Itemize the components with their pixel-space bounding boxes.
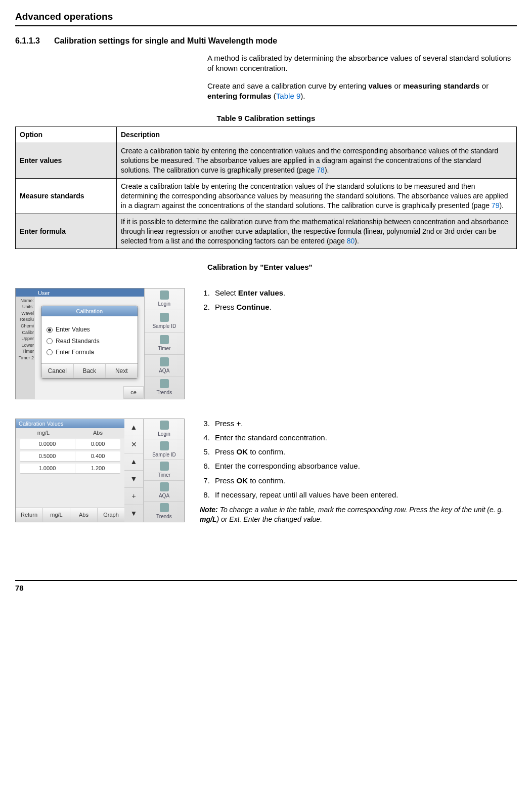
dialog-title: Calibration bbox=[41, 306, 138, 317]
calibration-dialog-screenshot: Name: Units: Wavel Resolu Chemi Calibr U… bbox=[15, 288, 185, 399]
delete-icon[interactable]: ✕ bbox=[124, 436, 143, 453]
next-button[interactable]: Next bbox=[105, 364, 138, 378]
partial-button[interactable]: ce bbox=[123, 386, 144, 399]
radio-icon bbox=[47, 338, 53, 344]
sidebar-trends[interactable]: Trends bbox=[144, 501, 184, 522]
nav-down-icon[interactable]: ▼ bbox=[124, 505, 143, 522]
radio-icon bbox=[47, 327, 53, 333]
calibration-values-screenshot: Calibration Values mg/L Abs 0.00000.000 … bbox=[15, 419, 185, 522]
table-row: Measure standards Create a calibration t… bbox=[16, 179, 517, 214]
arrow-up-icon[interactable]: ▲ bbox=[124, 453, 143, 470]
value-row[interactable]: 0.50000.400 bbox=[20, 451, 120, 462]
sample-id-icon bbox=[160, 441, 169, 450]
step-2: Press Continue. bbox=[212, 302, 517, 312]
intro-p1: A method is calibrated by determining th… bbox=[207, 53, 517, 74]
option-cell: Measure standards bbox=[16, 179, 117, 214]
sidebar-timer[interactable]: Timer bbox=[144, 460, 184, 480]
calibration-method-header: Calibration by "Enter values" bbox=[207, 262, 517, 272]
radio-icon bbox=[47, 349, 53, 355]
intro-text: A method is calibrated by determining th… bbox=[207, 53, 517, 101]
page-footer: 78 bbox=[15, 580, 517, 593]
obscured-labels: Name: Units: Wavel Resolu Chemi Calibr U… bbox=[16, 288, 35, 399]
arrow-down-icon[interactable]: ▼ bbox=[124, 470, 143, 487]
step-3: Press +. bbox=[212, 419, 517, 429]
subsection-heading: 6.1.1.3 Calibration settings for single … bbox=[15, 35, 517, 47]
cancel-button[interactable]: Cancel bbox=[41, 364, 73, 378]
login-icon bbox=[160, 290, 169, 300]
col-abs: Abs bbox=[71, 429, 124, 437]
sidebar-timer[interactable]: Timer bbox=[145, 332, 184, 354]
trends-icon bbox=[160, 503, 169, 512]
window-title-bar: User bbox=[35, 288, 144, 297]
page-link[interactable]: 80 bbox=[347, 237, 355, 245]
sidebar-login[interactable]: Login bbox=[145, 288, 184, 310]
subsection-number: 6.1.1.3 bbox=[15, 35, 40, 47]
right-sidebar: Login Sample ID Timer AQA Trends bbox=[144, 419, 184, 522]
sample-id-icon bbox=[160, 313, 169, 322]
sidebar-aqa[interactable]: AQA bbox=[145, 354, 184, 377]
col-mgl: mg/L bbox=[16, 429, 71, 437]
divider bbox=[15, 25, 517, 26]
nav-column: ▲ ✕ ▲ ▼ + ▼ bbox=[124, 419, 144, 522]
sidebar-sample-id[interactable]: Sample ID bbox=[145, 310, 184, 332]
intro-p2: Create and save a calibration curve by e… bbox=[207, 81, 517, 102]
values-header: mg/L Abs bbox=[16, 428, 124, 438]
timer-icon bbox=[160, 462, 169, 471]
step-6: Enter the corresponding absorbance value… bbox=[212, 461, 517, 471]
desc-cell: Create a calibration table by entering t… bbox=[117, 143, 517, 179]
trends-icon bbox=[160, 379, 169, 388]
return-button[interactable]: Return bbox=[16, 508, 42, 522]
nav-up-icon[interactable]: ▲ bbox=[124, 419, 143, 436]
subsection-title: Calibration settings for single and Mult… bbox=[54, 35, 277, 47]
timer-icon bbox=[160, 335, 169, 344]
sidebar-sample-id[interactable]: Sample ID bbox=[144, 439, 184, 460]
page-number: 78 bbox=[15, 584, 24, 592]
table-row: Enter formula If it is possible to deter… bbox=[16, 214, 517, 249]
desc-cell: Create a calibration table by entering t… bbox=[117, 179, 517, 214]
option-cell: Enter formula bbox=[16, 214, 117, 249]
step-5: Press OK to confirm. bbox=[212, 447, 517, 457]
page-title: Advanced operations bbox=[15, 10, 517, 23]
sidebar-aqa[interactable]: AQA bbox=[144, 480, 184, 501]
option-cell: Enter values bbox=[16, 143, 117, 179]
step-7: Press OK to confirm. bbox=[212, 476, 517, 486]
step-4: Enter the standard concentration. bbox=[212, 433, 517, 443]
aqa-icon bbox=[160, 482, 169, 491]
sidebar-trends[interactable]: Trends bbox=[145, 377, 184, 399]
plus-icon[interactable]: + bbox=[124, 487, 143, 505]
col-description: Description bbox=[117, 127, 517, 143]
radio-read-standards[interactable]: Read Standards bbox=[47, 337, 132, 345]
page-link[interactable]: 79 bbox=[492, 201, 500, 210]
table-row: Enter values Create a calibration table … bbox=[16, 143, 517, 179]
graph-button[interactable]: Graph bbox=[97, 508, 124, 522]
steps-block-2: Press +. Enter the standard concentratio… bbox=[200, 419, 517, 524]
right-sidebar: Login Sample ID Timer AQA Trends bbox=[144, 288, 184, 399]
sidebar-login[interactable]: Login bbox=[144, 419, 184, 439]
page-link[interactable]: 78 bbox=[317, 166, 325, 174]
table-9-link[interactable]: Table 9 bbox=[276, 92, 300, 100]
aqa-icon bbox=[160, 357, 169, 366]
step-1: Select Enter values. bbox=[212, 288, 517, 298]
values-title-bar: Calibration Values bbox=[16, 419, 124, 429]
note-text: Note: To change a value in the table, ma… bbox=[200, 505, 517, 524]
table-caption: Table 9 Calibration settings bbox=[15, 113, 517, 123]
radio-enter-values[interactable]: Enter Values bbox=[47, 325, 132, 334]
desc-cell: If it is possible to determine the calib… bbox=[117, 214, 517, 249]
steps-block-1: Select Enter values. Press Continue. bbox=[200, 288, 517, 318]
calibration-settings-table: Option Description Enter values Create a… bbox=[15, 127, 517, 249]
abs-button[interactable]: Abs bbox=[70, 508, 97, 522]
radio-enter-formula[interactable]: Enter Formula bbox=[47, 348, 132, 356]
step-8: If necessary, repeat until all values ha… bbox=[212, 490, 517, 500]
mgl-button[interactable]: mg/L bbox=[42, 508, 70, 522]
calibration-dialog: Calibration Enter Values Read Standards … bbox=[41, 306, 138, 379]
back-button[interactable]: Back bbox=[73, 364, 106, 378]
value-row[interactable]: 0.00000.000 bbox=[20, 439, 120, 449]
col-option: Option bbox=[16, 127, 117, 143]
value-row[interactable]: 1.00001.200 bbox=[20, 464, 120, 474]
login-icon bbox=[160, 421, 169, 430]
